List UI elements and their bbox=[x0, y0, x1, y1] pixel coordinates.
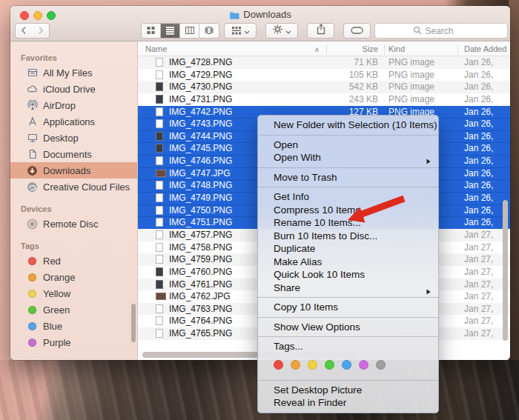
sidebar-item-desktop[interactable]: Desktop bbox=[10, 130, 137, 146]
list-view-icon bbox=[165, 24, 175, 38]
file-thumbnail-icon bbox=[156, 82, 163, 91]
sidebar-item-all-my-files[interactable]: All My Files bbox=[10, 64, 137, 81]
column-divider[interactable] bbox=[457, 44, 458, 55]
sidebar-item-label: Remote Disc bbox=[43, 219, 98, 230]
file-thumbnail-icon bbox=[156, 132, 163, 141]
coverflow-view-button[interactable] bbox=[199, 24, 219, 38]
tag-color-swatch[interactable] bbox=[308, 360, 317, 370]
file-thumbnail-icon bbox=[156, 304, 163, 313]
sidebar-item-label: Desktop bbox=[43, 133, 79, 144]
sidebar-section-title: Favorites bbox=[10, 50, 137, 64]
menu-item-show-view-options[interactable]: Show View Options bbox=[258, 321, 438, 334]
menu-item-label: Move to Trash bbox=[274, 172, 337, 183]
file-thumbnail-icon bbox=[156, 70, 163, 79]
share-button[interactable] bbox=[307, 23, 334, 39]
action-button[interactable] bbox=[265, 23, 298, 39]
file-name: IMG_4765.PNG bbox=[169, 327, 232, 340]
column-view-button[interactable] bbox=[180, 24, 199, 38]
file-row-img_4729.png[interactable]: IMG_4729.PNG105 KBPNG imageJan 26, bbox=[138, 69, 510, 81]
sidebar-item-airdrop[interactable]: AirDrop bbox=[10, 97, 137, 113]
tag-color-swatch[interactable] bbox=[274, 360, 283, 370]
search-field[interactable] bbox=[374, 23, 508, 39]
tag-color-swatch[interactable] bbox=[325, 360, 334, 370]
sidebar-item-creative-cloud-files[interactable]: Creative Cloud Files bbox=[10, 179, 137, 195]
column-header-kind[interactable]: Kind bbox=[389, 44, 405, 53]
tag-dot-icon bbox=[28, 306, 36, 314]
menu-item-set-desktop-picture[interactable]: Set Desktop Picture bbox=[258, 384, 438, 397]
column-header-name[interactable]: Name bbox=[145, 44, 167, 53]
file-thumbnail-icon bbox=[156, 119, 163, 128]
arrange-button[interactable] bbox=[224, 23, 257, 39]
sidebar-item-documents[interactable]: Documents bbox=[10, 146, 137, 162]
menu-separator bbox=[258, 187, 438, 187]
vertical-scrollbar[interactable] bbox=[503, 200, 508, 341]
menu-item-new-folder-with-selection-10-items[interactable]: New Folder with Selection (10 Items) bbox=[258, 119, 438, 132]
menu-item-quick-look-10-items[interactable]: Quick Look 10 Items bbox=[258, 268, 438, 281]
menu-item-duplicate[interactable]: Duplicate bbox=[258, 242, 438, 256]
sidebar-item-red[interactable]: Red bbox=[10, 253, 137, 269]
menu-item-reveal-in-finder[interactable]: Reveal in Finder bbox=[258, 396, 438, 410]
file-name: IMG_4730.PNG bbox=[169, 81, 232, 93]
menu-item-label: Rename 10 Items... bbox=[274, 217, 361, 228]
tag-color-swatch[interactable] bbox=[342, 360, 351, 370]
tag-dot-icon bbox=[28, 339, 36, 347]
tag-color-swatch[interactable] bbox=[291, 360, 300, 370]
search-input[interactable] bbox=[426, 26, 470, 36]
sidebar-item-remote-disc[interactable]: Remote Disc bbox=[10, 216, 137, 232]
menu-item-open-with[interactable]: Open With bbox=[258, 151, 438, 164]
documents-icon bbox=[27, 149, 38, 160]
forward-button[interactable] bbox=[32, 23, 50, 39]
sidebar-item-downloads[interactable]: Downloads bbox=[10, 162, 137, 179]
menu-separator bbox=[258, 135, 438, 136]
column-divider[interactable] bbox=[326, 44, 327, 55]
file-row-img_4730.png[interactable]: IMG_4730.PNG542 KBPNG imageJan 26, bbox=[138, 81, 510, 93]
column-header-size[interactable]: Size bbox=[286, 44, 378, 53]
menu-item-copy-10-items[interactable]: Copy 10 Items bbox=[258, 301, 438, 314]
sidebar-item-yellow[interactable]: Yellow bbox=[10, 285, 137, 301]
sidebar-item-orange[interactable]: Orange bbox=[10, 269, 137, 285]
tag-color-swatch[interactable] bbox=[359, 360, 368, 370]
file-row-img_4728.png[interactable]: IMG_4728.PNG71 KBPNG imageJan 26, bbox=[138, 56, 510, 69]
tag-dot bbox=[27, 304, 38, 316]
tag-color-swatch[interactable] bbox=[376, 360, 386, 370]
menu-item-compress-10-items[interactable]: Compress 10 Items bbox=[258, 204, 438, 217]
airdrop-icon bbox=[27, 100, 38, 111]
menu-item-share[interactable]: Share bbox=[258, 281, 438, 295]
menu-item-burn-10-items-to-disc[interactable]: Burn 10 Items to Disc... bbox=[258, 230, 438, 243]
menu-item-label: Quick Look 10 Items bbox=[274, 269, 365, 280]
menu-item-rename-10-items[interactable]: Rename 10 Items... bbox=[258, 216, 438, 230]
menu-item-move-to-trash[interactable]: Move to Trash bbox=[258, 171, 438, 184]
file-name: IMG_4749.PNG bbox=[169, 192, 232, 204]
file-thumbnail-icon bbox=[156, 170, 166, 177]
column-divider[interactable] bbox=[384, 44, 385, 55]
file-name: IMG_4759.PNG bbox=[169, 253, 232, 266]
file-thumbnail-icon bbox=[156, 267, 163, 276]
tag-button[interactable] bbox=[343, 23, 371, 39]
titlebar[interactable]: Downloads bbox=[10, 6, 510, 22]
sidebar-item-blue[interactable]: Blue bbox=[10, 318, 137, 334]
menu-item-get-info[interactable]: Get Info bbox=[258, 190, 438, 204]
icon-view-button[interactable] bbox=[142, 24, 161, 38]
tag-dot bbox=[27, 256, 38, 267]
back-button[interactable] bbox=[15, 23, 33, 39]
sidebar-item-label: Orange bbox=[43, 272, 75, 283]
sort-ascending-icon: ∧ bbox=[314, 46, 320, 53]
column-header-date-added[interactable]: Date Added bbox=[464, 44, 507, 53]
file-date-added: Jan 26, bbox=[464, 56, 493, 69]
all-my-files-icon bbox=[27, 67, 38, 79]
menu-item-make-alias[interactable]: Make Alias bbox=[258, 256, 438, 269]
menu-item-open[interactable]: Open bbox=[258, 139, 438, 152]
menu-item-tags[interactable]: Tags... bbox=[258, 340, 438, 353]
sidebar-item-purple[interactable]: Purple bbox=[10, 334, 137, 350]
file-name: IMG_4760.PNG bbox=[169, 266, 232, 279]
file-date-added: Jan 26, bbox=[464, 118, 493, 130]
file-name: IMG_4757.PNG bbox=[169, 229, 232, 241]
file-thumbnail-icon bbox=[156, 218, 163, 227]
list-view-button[interactable] bbox=[161, 24, 180, 38]
sidebar-item-icloud-drive[interactable]: iCloud Drive bbox=[10, 81, 137, 97]
sidebar-item-green[interactable]: Green bbox=[10, 301, 137, 318]
file-name: IMG_4751.PNG bbox=[169, 216, 232, 229]
sidebar-item-applications[interactable]: Applications bbox=[10, 113, 137, 130]
file-kind: PNG image bbox=[389, 93, 434, 106]
file-row-img_4731.png[interactable]: IMG_4731.PNG243 KBPNG imageJan 26, bbox=[138, 93, 510, 106]
